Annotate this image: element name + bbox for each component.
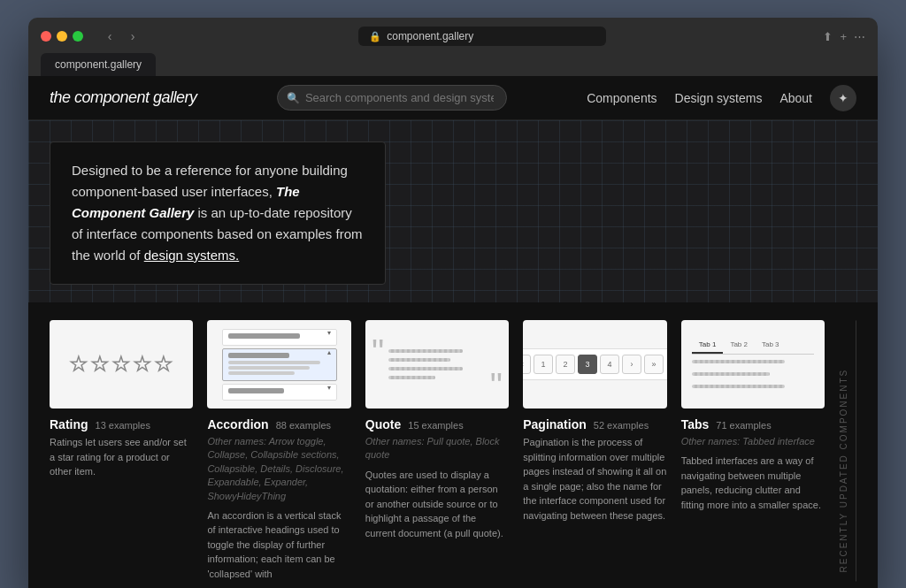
back-button[interactable]: ‹ (101, 27, 119, 45)
maximize-button[interactable] (73, 31, 83, 42)
wavy-line-2 (388, 358, 450, 362)
hero-text: Designed to be a reference for anyone bu… (72, 160, 364, 266)
browser-tab[interactable]: component.gallery (41, 53, 156, 76)
hero-card: Designed to be a reference for anyone bu… (50, 141, 386, 285)
tab-bar: component.gallery (41, 53, 865, 76)
page-2: 2 (556, 355, 575, 374)
quote-preview: " " (365, 320, 509, 409)
nav-links: Components Design systems About ✦ (587, 85, 856, 111)
forward-button[interactable]: › (124, 27, 142, 45)
search-icon: 🔍 (287, 92, 300, 104)
component-name-tabs: Tabs 71 examples (681, 417, 825, 431)
accordion-item-3: ▾ (222, 384, 337, 401)
component-desc-rating: Ratings let users see and/or set a star … (50, 435, 193, 479)
tab-content-line-1 (692, 360, 785, 363)
tabs-preview: Tab 1 Tab 2 Tab 3 (681, 320, 825, 409)
search-box[interactable]: 🔍 (277, 85, 507, 111)
hero-text-before: Designed to be a reference for anyone bu… (72, 163, 348, 199)
wavy-line-1 (388, 349, 463, 353)
traffic-lights (41, 31, 83, 42)
browser-chrome: ‹ › 🔒 component.gallery ⬆ + ⋯ component.… (28, 18, 878, 76)
tab-title: component.gallery (55, 58, 142, 71)
tabs-bar: Tab 1 Tab 2 Tab 3 (692, 337, 814, 355)
design-systems-link[interactable]: design systems. (144, 248, 240, 263)
hero-section: Designed to be a reference for anyone bu… (28, 120, 878, 302)
component-desc-quote: Quotes are used to display a quotation: … (365, 468, 509, 541)
page-next: › (622, 355, 641, 374)
quote-preview-inner: " " (376, 339, 498, 390)
quote-lines (376, 339, 498, 390)
component-count-quote: 15 examples (408, 420, 463, 431)
extensions-icon[interactable]: ⋯ (854, 30, 865, 43)
nav-link-design-systems[interactable]: Design systems (675, 91, 763, 105)
rating-preview: ★ ★ ★ ★ ★ (50, 320, 193, 409)
component-card-quote[interactable]: " " (365, 320, 509, 581)
component-alt-accordion: Other names: Arrow toggle, Collapse, Col… (207, 435, 350, 503)
component-name-rating: Rating 13 examples (50, 417, 193, 431)
share-icon[interactable]: ⬆ (823, 30, 833, 43)
component-count-tabs: 71 examples (716, 420, 771, 431)
component-alt-tabs: Other names: Tabbed interface (681, 435, 825, 448)
tabs-preview-inner: Tab 1 Tab 2 Tab 3 (692, 337, 814, 392)
accordion-item-2: ▴ (222, 348, 337, 381)
browser-nav: ‹ › (101, 27, 142, 45)
component-desc-accordion: An accordion is a vertical stack of inte… (207, 508, 350, 582)
component-desc-tabs: Tabbed interfaces are a way of navigatin… (681, 454, 825, 512)
star-5: ★ (155, 353, 173, 376)
wavy-lines-quote (388, 349, 466, 379)
accordion-preview-inner: ▾ ▴ ▾ (222, 329, 337, 401)
rating-stars: ★ ★ ★ ★ ★ (70, 353, 173, 376)
component-card-tabs[interactable]: Tab 1 Tab 2 Tab 3 (681, 320, 825, 581)
new-tab-icon[interactable]: + (840, 30, 847, 43)
wavy-line-4 (388, 376, 435, 379)
star-2: ★ (91, 353, 109, 376)
tab-content (692, 360, 814, 392)
star-4: ★ (134, 353, 151, 376)
component-count-rating: 13 examples (96, 420, 150, 431)
lock-icon: 🔒 (369, 31, 381, 42)
component-card-accordion[interactable]: ▾ ▴ ▾ (207, 320, 350, 581)
minimize-button[interactable] (57, 31, 67, 42)
page-1: 1 (534, 355, 553, 374)
tab-content-line-3 (692, 385, 785, 388)
component-card-rating[interactable]: ★ ★ ★ ★ ★ Rating 13 examples Ratings let… (50, 320, 193, 581)
nav-link-about[interactable]: About (779, 91, 812, 105)
component-name-quote: Quote 15 examples (365, 417, 509, 431)
address-bar[interactable]: 🔒 component.gallery (358, 27, 606, 46)
tab-item-2: Tab 2 (723, 337, 755, 354)
components-grid: ★ ★ ★ ★ ★ Rating 13 examples Ratings let… (50, 320, 825, 581)
page-last: » (644, 355, 664, 374)
component-desc-pagination: Pagination is the process of splitting i… (523, 435, 666, 523)
tab-content-line-2 (692, 372, 770, 376)
theme-toggle-button[interactable]: ✦ (830, 85, 856, 111)
nav-link-components[interactable]: Components (587, 91, 656, 105)
component-count-pagination: 52 examples (594, 420, 649, 431)
quote-mark-right: " (490, 368, 503, 403)
quote-mark-left: " (372, 334, 384, 370)
component-card-pagination[interactable]: ‹‹ 1 2 3 4 › » ↖ Pagination 52 examples (523, 320, 666, 581)
pagination-preview-inner: ‹‹ 1 2 3 4 › » ↖ (523, 348, 666, 380)
tab-item-1: Tab 1 (692, 337, 724, 354)
search-input[interactable] (305, 91, 494, 104)
star-1: ★ (70, 353, 88, 376)
wavy-line-3 (388, 367, 463, 370)
component-alt-quote: Other names: Pull quote, Block quote (365, 435, 509, 462)
component-name-pagination: Pagination 52 examples (523, 417, 666, 431)
tab-item-3: Tab 3 (755, 337, 787, 354)
theme-icon: ✦ (838, 91, 848, 105)
browser-controls: ‹ › 🔒 component.gallery ⬆ + ⋯ (41, 27, 865, 46)
page-4: 4 (600, 355, 619, 374)
site-content: the component gallery 🔍 Components Desig… (28, 76, 878, 588)
star-3: ★ (112, 353, 130, 376)
site-nav: the component gallery 🔍 Components Desig… (28, 76, 878, 120)
close-button[interactable] (41, 31, 51, 42)
component-count-accordion: 88 examples (276, 420, 331, 431)
wavy-lines-tabs (692, 360, 789, 392)
site-logo[interactable]: the component gallery (50, 88, 197, 107)
url-text: component.gallery (387, 30, 473, 42)
recently-updated-label: RECENTLY UPDATED COMPONENTS (832, 320, 856, 581)
accordion-preview: ▾ ▴ ▾ (207, 320, 350, 409)
browser-window: ‹ › 🔒 component.gallery ⬆ + ⋯ component.… (28, 18, 878, 588)
accordion-item-1: ▾ (222, 329, 337, 346)
address-bar-container: 🔒 component.gallery (149, 27, 816, 46)
